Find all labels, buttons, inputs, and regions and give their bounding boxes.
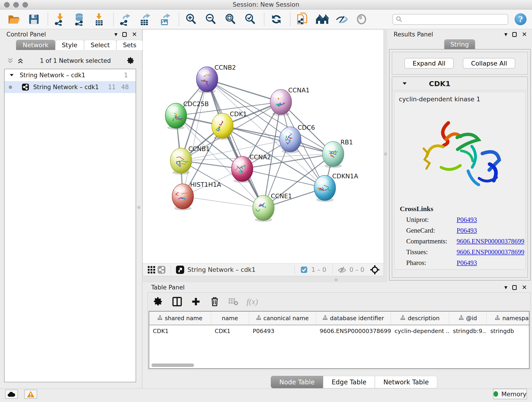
network-canvas[interactable]: CCNB2CCNA1CDC25BCDK1CDC6RB1CCNB1CCNA2CDK… [143,30,384,263]
column-header-name[interactable]: name [211,312,249,325]
warnings-button[interactable] [24,390,37,399]
network-node-RB1[interactable]: RB1 [322,139,353,168]
network-node-CCNA2[interactable]: CCNA2 [231,153,271,183]
vertical-splitter-grip[interactable] [137,206,140,209]
hide-unhide-button[interactable] [335,12,349,27]
export-table-button[interactable] [138,12,152,27]
network-node-HIST1H1A[interactable]: HIST1H1A [172,181,221,211]
panel-close-icon[interactable]: ✕ [132,32,137,37]
column-header-shared-name[interactable]: shared name [149,312,211,325]
zoom-selected-button[interactable] [243,12,258,27]
import-table-button[interactable] [92,12,107,27]
network-row[interactable]: String Network – cdk1 11 48 [5,81,136,93]
add-column-icon[interactable] [190,296,201,307]
cloud-status-button[interactable] [5,390,18,399]
table-cell[interactable]: stringdb [487,325,530,337]
network-node-CCNE1[interactable]: CCNE1 [253,192,292,222]
show-columns-icon[interactable] [172,296,183,307]
save-session-button[interactable] [27,12,41,27]
network-node-CDKN1A[interactable]: CDKN1A [314,172,358,202]
column-header-namespace[interactable]: namespace [487,312,530,325]
tab-network-table[interactable]: Network Table [375,376,437,388]
network-edge[interactable] [207,79,264,208]
expand-all-button[interactable]: Expand All [404,58,454,69]
panel-menu-caret-icon[interactable]: ▼ [504,32,507,37]
zoom-out-button[interactable] [203,12,218,27]
hidden-eye-icon[interactable] [337,265,347,275]
table-cell[interactable]: stringdb:9... [449,325,487,337]
panel-close-icon[interactable]: ✕ [522,32,527,37]
gene-results-scroll[interactable]: CDK1 cyclin-dependent kinase 1 [392,77,528,278]
table-cell[interactable]: CDK1 [149,325,211,337]
vertical-splitter-grip[interactable] [384,153,387,156]
birds-eye-toggle-icon[interactable] [370,265,380,275]
selected-checkbox[interactable] [299,265,309,275]
panel-float-icon[interactable] [512,32,517,37]
network-view[interactable]: CCNB2CCNA1CDC25BCDK1CDC6RB1CCNB1CCNA2CDK… [143,29,384,276]
collapse-all-button[interactable]: Collapse All [463,58,515,69]
tab-string[interactable]: String [444,39,475,49]
panel-close-icon[interactable]: ✕ [522,285,527,290]
export-image-button[interactable] [158,12,172,27]
horizontal-scrollbar-thumb[interactable] [152,364,194,367]
network-node-CCNB1[interactable]: CCNB1 [170,145,210,175]
network-edge[interactable] [183,196,264,208]
import-network-from-database-button[interactable] [72,12,87,27]
panel-float-icon[interactable] [512,285,517,290]
table-cell[interactable]: CDK1 [211,325,249,337]
delete-table-icon[interactable] [228,296,239,307]
tab-sets[interactable]: Sets [116,40,143,50]
maximize-window-button[interactable] [22,2,28,7]
network-node-CCNB2[interactable]: CCNB2 [196,64,236,93]
tab-node-table[interactable]: Node Table [271,376,323,388]
close-window-button[interactable] [4,2,10,7]
fit-content-icon[interactable] [175,265,185,275]
search-box[interactable] [393,14,508,25]
table-cell[interactable]: 9606.ENSP00000378699 [316,325,391,337]
crosslink-link[interactable]: 9606.ENSP00000378699 [457,237,525,245]
delete-column-icon[interactable] [209,296,220,307]
network-collection-row[interactable]: String Network – cdk1 1 [5,69,136,81]
tab-style[interactable]: Style [55,40,84,50]
tree-expand-caret-icon[interactable] [10,74,14,77]
collapse-all-icon[interactable] [7,57,14,64]
tab-select[interactable]: Select [84,40,116,50]
panel-menu-caret-icon[interactable]: ▼ [504,285,507,290]
expand-all-icon[interactable] [17,57,24,64]
minimize-window-button[interactable] [13,2,19,7]
gear-icon[interactable] [127,57,135,65]
grid-view-icon[interactable] [146,265,157,275]
network-edge[interactable] [242,169,325,188]
import-network-button[interactable] [53,12,67,27]
memory-button[interactable]: Memory [493,389,527,399]
table-cell[interactable]: cyclin-dependent ... [391,325,449,337]
gene-section-header[interactable]: CDK1 [392,77,527,90]
table-cell[interactable]: P06493 [249,325,316,337]
crosslink-link[interactable]: 9606.ENSP00000378699 [457,248,525,256]
crosslink-link[interactable]: P06493 [457,216,477,223]
tab-network[interactable]: Network [16,40,55,50]
share-view-icon[interactable] [157,265,167,275]
zoom-in-button[interactable] [184,12,198,27]
apply-layout-button[interactable] [269,12,284,27]
open-session-button[interactable] [7,12,22,27]
tab-edge-table[interactable]: Edge Table [323,376,375,388]
column-header--id[interactable]: @id [449,312,487,325]
horizontal-splitter-grip[interactable] [335,278,338,281]
function-builder-icon[interactable]: f(x) [247,296,258,307]
highlight-button[interactable] [354,12,369,27]
gene-collapse-caret-icon[interactable] [402,82,407,85]
change-species-button[interactable] [315,12,329,27]
help-button[interactable]: ? [515,13,526,25]
table-row[interactable]: CDK1CDK1P064939606.ENSP00000378699cyclin… [149,325,529,337]
column-header-database-identifier[interactable]: database identifier [316,312,391,325]
network-node-CDC6[interactable]: CDC6 [279,124,315,153]
network-edge[interactable] [207,79,281,102]
network-node-CDC25B[interactable]: CDC25B [165,100,209,130]
crosslink-link[interactable]: P06493 [457,227,477,234]
zoom-fit-button[interactable] [223,12,238,27]
column-header-canonical-name[interactable]: canonical name [249,312,316,325]
string-import-button[interactable] [295,12,310,27]
export-network-button[interactable] [118,12,133,27]
panel-float-icon[interactable] [122,32,127,37]
